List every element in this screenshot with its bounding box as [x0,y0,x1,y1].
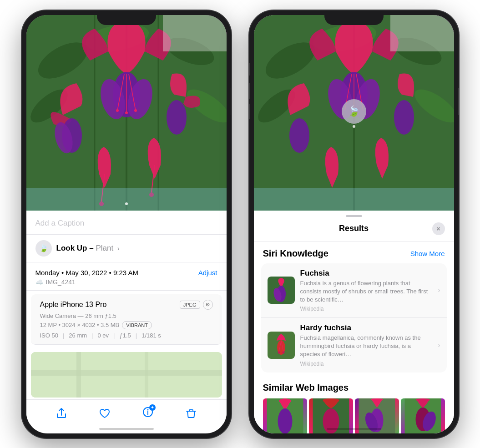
hardy-fuchsia-name: Hardy fuchsia [300,323,433,332]
look-up-section[interactable]: 🍃 Look Up – Plant › [26,235,227,262]
fuchsia-source: Wikipedia [300,306,433,312]
hardy-fuchsia-thumbnail [268,332,295,359]
visual-lookup-badge[interactable]: 🍃 [342,99,366,124]
fuchsia-thumbnail [268,277,295,304]
lens-info: Wide Camera — 26 mm ƒ1.5 [40,312,213,319]
location-row: ☁️ IMG_4241 [35,278,217,286]
format-badges: JPEG ⊙ [180,300,213,310]
svg-rect-29 [76,352,81,398]
map-background [31,352,222,398]
photo-display[interactable] [26,15,227,211]
iso-value: ISO 50 [40,332,58,339]
info-button[interactable]: ✦ [142,406,154,421]
hardy-fuchsia-content: Hardy fuchsia Fuchsia magellanica, commo… [300,323,433,367]
siri-knowledge-title: Siri Knowledge [263,248,328,259]
web-image-1[interactable] [263,398,307,433]
svg-point-49 [394,100,414,135]
filename-text: IMG_4241 [46,278,76,286]
caption-section[interactable]: Add a Caption [26,211,227,235]
date-text: Monday • May 30, 2022 • 9:23 AM [35,269,138,277]
date-row: Monday • May 30, 2022 • 9:23 AM Adjust [35,269,217,277]
camera-model-row: Apple iPhone 13 Pro JPEG ⊙ [40,300,213,310]
fuchsia-desc: Fuchsia is a genus of flowering plants t… [300,279,433,304]
look-up-label: Look Up – Plant › [56,244,120,253]
svg-rect-25 [26,188,227,211]
look-up-row[interactable]: 🍃 Look Up – Plant › [35,240,217,257]
exif-divider-3: | [113,332,115,339]
info-badge-dot: ✦ [149,404,156,411]
photos-detail-screen: Add a Caption 🍃 Look Up – Plant › Monday… [26,15,227,433]
focal-length-value: 26 mm [69,332,87,339]
knowledge-item-fuchsia[interactable]: Fuchsia Fuchsia is a genus of flowering … [261,263,447,318]
fuchsia-chevron-icon: › [438,286,440,294]
shutter-value: 1/181 s [141,332,161,339]
share-button[interactable] [56,408,67,419]
results-header: Results × [254,217,454,242]
show-more-button[interactable]: Show More [410,250,445,257]
specs-row: 12 MP • 3024 × 4032 • 3.5 MB VIBRANT [40,321,213,329]
svg-point-62 [278,408,292,433]
svg-point-59 [278,351,280,353]
volume-down-button[interactable] [22,104,22,119]
similar-web-images-title: Similar Web Images [263,383,445,393]
hardy-fuchsia-source: Wikipedia [300,361,433,367]
close-button[interactable]: × [432,222,445,235]
siri-knowledge-header: Siri Knowledge Show More [254,242,454,263]
knowledge-card: Fuchsia Fuchsia is a genus of flowering … [261,263,447,372]
home-indicator [99,428,154,430]
fuchsia-content: Fuchsia Fuchsia is a genus of flowering … [300,269,433,312]
power-button-2[interactable] [458,88,459,115]
photo-display-2: 🍃 [254,15,454,211]
exif-divider-2: | [91,332,93,339]
results-panel[interactable]: Results × Siri Knowledge Show More [254,211,454,433]
svg-rect-30 [145,352,148,398]
camera-model-text: Apple iPhone 13 Pro [40,301,107,309]
ev-value: 0 ev [97,332,109,339]
look-up-chevron-icon: › [117,245,120,252]
svg-point-48 [289,118,309,153]
svg-rect-50 [254,188,454,211]
volume-up-button[interactable] [22,83,22,99]
hardy-fuchsia-chevron-icon: › [438,341,440,349]
photo-page-dot [125,202,128,205]
phone-frame-2: 🍃 Results × Siri Knowledge Show More [249,10,459,438]
adjust-button[interactable]: Adjust [198,269,217,277]
hardy-fuchsia-desc: Fuchsia magellanica, commonly known as t… [300,334,433,359]
svg-point-15 [116,109,119,112]
phone-screen-2: 🍃 Results × Siri Knowledge Show More [254,15,454,433]
visual-lookup-dot [353,125,355,128]
toolbar: ✦ [26,399,227,424]
format-badge: JPEG [180,301,200,309]
silent-button[interactable] [22,63,22,76]
knowledge-item-hardy-fuchsia[interactable]: Hardy fuchsia Fuchsia magellanica, commo… [261,318,447,372]
svg-rect-28 [31,370,222,376]
phone-screen-1: Add a Caption 🍃 Look Up – Plant › Monday… [26,15,227,433]
aperture-value: ƒ1.5 [119,332,131,339]
volume-down-button-2[interactable] [249,104,250,119]
favorite-button[interactable] [99,408,111,419]
results-title: Results [276,224,432,233]
volume-up-button-2[interactable] [249,83,250,99]
exif-row: ISO 50 | 26 mm | 0 ev | ƒ1.5 | 1/181 s [40,332,213,339]
map-area[interactable] [31,352,222,398]
cloud-icon: ☁️ [35,278,43,286]
phone-frame-1: Add a Caption 🍃 Look Up – Plant › Monday… [22,10,231,438]
power-button[interactable] [231,88,231,115]
svg-rect-26 [163,15,227,51]
caption-placeholder[interactable]: Add a Caption [35,219,85,227]
exif-divider-1: | [63,332,64,339]
exif-divider-4: | [136,332,137,339]
visual-lookup-icon: 🍃 [35,240,52,257]
similar-web-images-section: Similar Web Images [254,376,454,433]
location-icon-badge: ⊙ [203,300,213,310]
svg-point-16 [125,111,128,114]
web-image-4[interactable] [401,398,445,433]
svg-rect-51 [390,15,454,51]
svg-point-20 [167,100,187,135]
svg-point-60 [282,351,284,353]
fuchsia-name: Fuchsia [300,269,433,278]
svg-point-33 [147,409,149,410]
silent-button-2[interactable] [249,63,250,76]
lookup-results-screen: 🍃 Results × Siri Knowledge Show More [254,15,454,433]
delete-button[interactable] [185,408,197,419]
